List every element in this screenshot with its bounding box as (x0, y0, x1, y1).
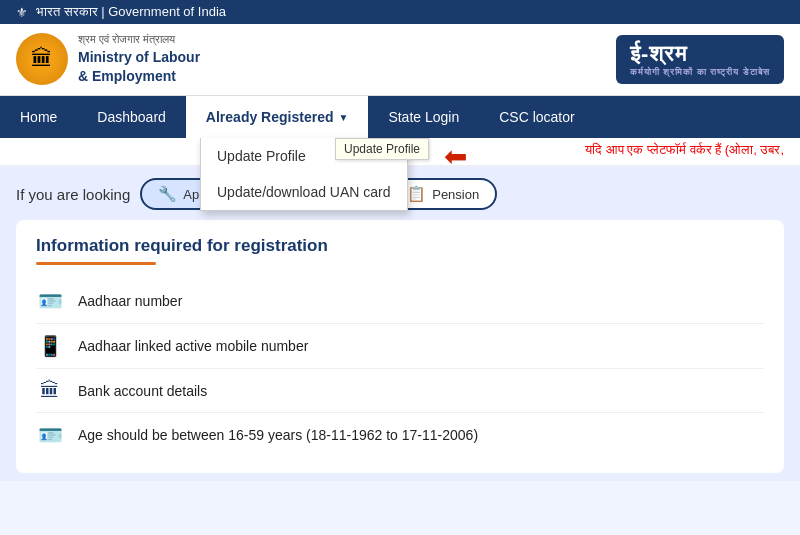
info-row-bank: 🏛 Bank account details (36, 369, 764, 413)
bank-icon: 🏛 (36, 379, 64, 402)
pension-icon: 📋 (407, 185, 426, 203)
age-label: Age should be between 16-59 years (18-11… (78, 427, 478, 443)
gov-bar: ⚜ भारत सरकार | Government of India (0, 0, 800, 24)
aadhaar-label: Aadhaar number (78, 293, 182, 309)
nav-already-registered[interactable]: Already Registered ▼ (186, 96, 369, 138)
gov-emblem: ⚜ (16, 5, 28, 20)
age-icon: 🪪 (36, 423, 64, 447)
mobile-label: Aadhaar linked active mobile number (78, 338, 308, 354)
ministry-hindi: श्रम एवं रोजगार मंत्रालय (78, 32, 200, 47)
aadhaar-icon: 🪪 (36, 289, 64, 313)
info-row-aadhaar: 🪪 Aadhaar number (36, 279, 764, 324)
header: 🏛 श्रम एवं रोजगार मंत्रालय Ministry of L… (0, 24, 800, 96)
brand-name: ई-श्रम (630, 41, 770, 67)
brand-sub: कर्मयोगी श्रमिकों का राष्ट्रीय डेटाबेस (630, 67, 770, 78)
dropdown-arrow-icon: ▼ (338, 112, 348, 123)
info-row-mobile: 📱 Aadhaar linked active mobile number (36, 324, 764, 369)
ministry-english-2: & Employment (78, 67, 200, 87)
if-you-text: If you are looking (16, 186, 130, 203)
nav-home[interactable]: Home (0, 96, 77, 138)
info-card-underline (36, 262, 156, 265)
ministry-name: श्रम एवं रोजगार मंत्रालय Ministry of Lab… (78, 32, 200, 87)
info-row-age: 🪪 Age should be between 16-59 years (18-… (36, 413, 764, 457)
nav-csc-locator[interactable]: CSC locator (479, 96, 594, 138)
ministry-logo: 🏛 (16, 33, 68, 85)
info-card: Information required for registration 🪪 … (16, 220, 784, 473)
ministry-english-1: Ministry of Labour (78, 48, 200, 68)
nav-state-login[interactable]: State Login (368, 96, 479, 138)
update-profile-tooltip: Update Profile (335, 138, 429, 160)
header-left: 🏛 श्रम एवं रोजगार मंत्रालय Ministry of L… (16, 32, 200, 87)
gov-bar-text: भारत सरकार | Government of India (36, 4, 226, 20)
info-card-title: Information required for registration (36, 236, 764, 256)
navbar: Home Dashboard Already Registered ▼ Stat… (0, 96, 800, 138)
dropdown-uan-card[interactable]: Update/download UAN card (201, 174, 407, 210)
e-shram-logo: ई-श्रम कर्मयोगी श्रमिकों का राष्ट्रीय डे… (616, 35, 784, 84)
bank-label: Bank account details (78, 383, 207, 399)
apprenticeship-icon: 🔧 (158, 185, 177, 203)
red-arrow-icon: ⬅ (444, 140, 467, 173)
content-section: If you are looking 🔧 Apprenticeship 💼 Jo… (0, 166, 800, 481)
nav-dashboard[interactable]: Dashboard (77, 96, 186, 138)
mobile-icon: 📱 (36, 334, 64, 358)
hindi-notice-text: यदि आप एक प्लेटफॉर्म वर्कर हैं (ओला, उबर… (585, 142, 784, 157)
